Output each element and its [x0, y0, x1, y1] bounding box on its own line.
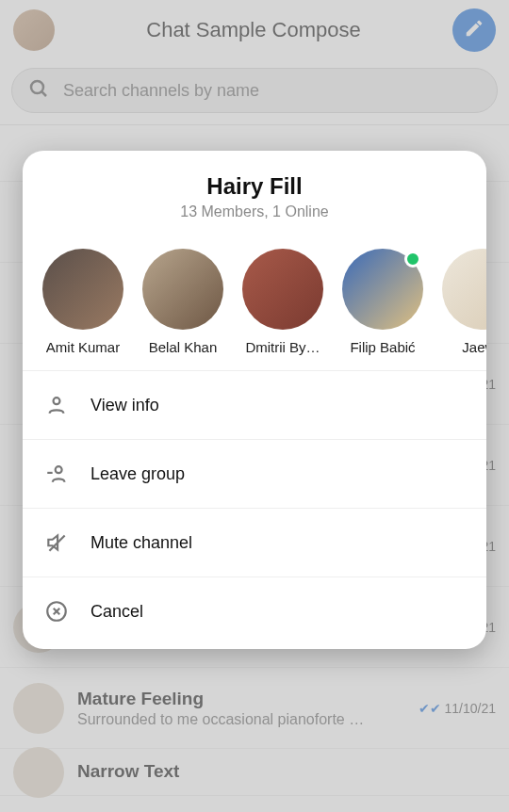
svg-point-3	[56, 466, 62, 473]
view-info-action[interactable]: View info	[23, 371, 486, 440]
dialog-subtitle: 13 Members, 1 Online	[38, 203, 471, 220]
member-item[interactable]: Jaewo	[439, 249, 486, 355]
svg-point-2	[54, 398, 60, 404]
action-label: Cancel	[90, 602, 143, 622]
member-name: Dmitrii By…	[245, 339, 320, 355]
member-avatar	[442, 249, 486, 330]
member-item[interactable]: Belal Khan	[140, 249, 226, 355]
leave-group-action[interactable]: Leave group	[23, 440, 486, 509]
member-item[interactable]: Filip Babić	[339, 249, 426, 355]
person-remove-icon	[43, 461, 70, 487]
channel-info-dialog: Hairy Fill 13 Members, 1 Online Amit Kum…	[23, 151, 486, 649]
member-name: Jaewo	[462, 339, 486, 355]
dialog-title: Hairy Fill	[38, 173, 471, 200]
member-avatar	[42, 249, 123, 330]
member-avatar	[242, 249, 323, 330]
member-avatar	[142, 249, 223, 330]
action-label: Leave group	[90, 464, 185, 484]
member-name: Filip Babić	[350, 339, 415, 355]
person-icon	[43, 392, 70, 418]
online-indicator-icon	[404, 251, 421, 268]
member-avatar	[342, 249, 423, 330]
mute-channel-action[interactable]: Mute channel	[23, 509, 486, 577]
member-item[interactable]: Dmitrii By…	[239, 249, 326, 355]
cancel-action[interactable]: Cancel	[23, 577, 486, 649]
member-name: Amit Kumar	[46, 339, 120, 355]
action-label: View info	[90, 396, 159, 415]
mute-icon	[43, 529, 70, 556]
dialog-header: Hairy Fill 13 Members, 1 Online	[23, 151, 486, 232]
member-item[interactable]: Amit Kumar	[40, 249, 126, 355]
members-strip[interactable]: Amit Kumar Belal Khan Dmitrii By… Filip …	[23, 232, 486, 371]
action-label: Mute channel	[90, 533, 192, 553]
dialog-actions: View info Leave group Mute channel Cance…	[23, 371, 486, 649]
member-name: Belal Khan	[149, 339, 218, 355]
close-circle-icon	[43, 598, 70, 625]
